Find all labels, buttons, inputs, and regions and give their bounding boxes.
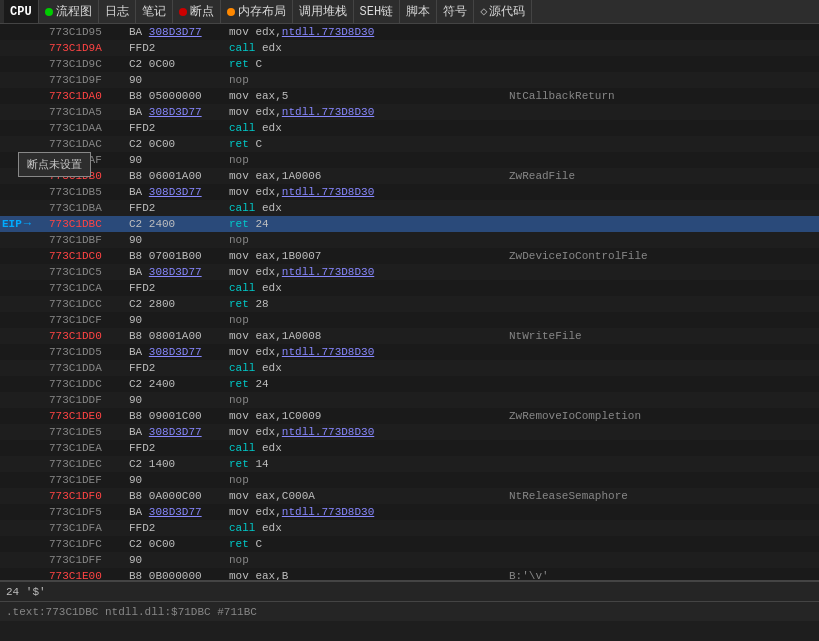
table-row[interactable]: EIP→773C1DBCC2 2400ret 24 [0,216,819,232]
table-row[interactable]: 773C1D9CC2 0C00ret C [0,56,819,72]
toolbar-symbols[interactable]: 符号 [437,0,474,23]
hex-link[interactable]: 308D3D77 [149,426,202,438]
bp-cell[interactable] [31,424,45,440]
table-row[interactable]: 773C1DF5BA 308D3D77mov edx,ntdll.773D8D3… [0,504,819,520]
ntdll-link[interactable]: ntdll.773D8D30 [282,506,374,518]
table-row[interactable]: 773C1DF0B8 0A000C00mov eax,C000ANtReleas… [0,488,819,504]
comment-cell [505,536,819,552]
toolbar-breakpoints[interactable]: 断点 [173,0,221,23]
ntdll-link[interactable]: ntdll.773D8D30 [282,106,374,118]
table-row[interactable]: 773C1DFF90nop [0,552,819,568]
address-cell: 773C1DBF [45,232,125,248]
bp-cell[interactable] [31,328,45,344]
toolbar-log[interactable]: 日志 [99,0,136,23]
hex-link[interactable]: 308D3D77 [149,346,202,358]
table-row[interactable]: 773C1DEAFFD2call edx [0,440,819,456]
ntdll-link[interactable]: ntdll.773D8D30 [282,186,374,198]
toolbar-seh[interactable]: SEH链 [354,0,401,23]
bp-cell[interactable] [31,136,45,152]
table-row[interactable]: 773C1DCCC2 2800ret 28 [0,296,819,312]
table-row[interactable]: 773C1DB5BA 308D3D77mov edx,ntdll.773D8D3… [0,184,819,200]
table-row[interactable]: 773C1DE0B8 09001C00mov eax,1C0009ZwRemov… [0,408,819,424]
disassembly-view[interactable]: 断点未设置 773C1D95BA 308D3D77mov edx,ntdll.7… [0,24,819,581]
bp-cell[interactable] [31,40,45,56]
comment-cell [505,136,819,152]
table-row[interactable]: 773C1DBF90nop [0,232,819,248]
table-row[interactable]: 773C1DDCC2 2400ret 24 [0,376,819,392]
hex-link[interactable]: 308D3D77 [149,106,202,118]
bp-cell[interactable] [31,568,45,581]
table-row[interactable]: 773C1D9F90nop [0,72,819,88]
bp-cell[interactable] [31,296,45,312]
table-row[interactable]: 773C1DA5BA 308D3D77mov edx,ntdll.773D8D3… [0,104,819,120]
table-row[interactable]: 773C1DDAFFD2call edx [0,360,819,376]
toolbar-script[interactable]: 脚本 [400,0,437,23]
toolbar-source[interactable]: ◇ 源代码 [474,0,532,23]
bp-cell[interactable] [31,24,45,40]
table-row[interactable]: 773C1DACC2 0C00ret C [0,136,819,152]
bp-cell[interactable] [31,104,45,120]
bp-cell[interactable] [31,552,45,568]
table-row[interactable]: 773C1DAAFFD2call edx [0,120,819,136]
table-row[interactable]: 773C1DECC2 1400ret 14 [0,456,819,472]
bp-cell[interactable] [31,472,45,488]
bp-cell[interactable] [31,88,45,104]
bp-cell[interactable] [31,264,45,280]
table-row[interactable]: 773C1DA0B8 05000000mov eax,5NtCallbackRe… [0,88,819,104]
table-row[interactable]: 773C1D9AFFD2call edx [0,40,819,56]
table-row[interactable]: 773C1DAF90nop [0,152,819,168]
table-row[interactable]: 773C1DDF90nop [0,392,819,408]
toolbar-flowgraph[interactable]: 流程图 [39,0,99,23]
bp-cell[interactable] [31,488,45,504]
bp-cell[interactable] [31,408,45,424]
bp-cell[interactable] [31,248,45,264]
bp-cell[interactable] [31,376,45,392]
bp-cell[interactable] [31,72,45,88]
table-row[interactable]: 773C1DC5BA 308D3D77mov edx,ntdll.773D8D3… [0,264,819,280]
table-row[interactable]: 773C1DCF90nop [0,312,819,328]
table-row[interactable]: 773C1DFAFFD2call edx [0,520,819,536]
bp-cell[interactable] [31,232,45,248]
toolbar-callstack[interactable]: 调用堆栈 [293,0,354,23]
table-row[interactable]: 773C1DFCC2 0C00ret C [0,536,819,552]
toolbar-notes[interactable]: 笔记 [136,0,173,23]
disasm-cell: mov edx,ntdll.773D8D30 [225,24,505,40]
table-row[interactable]: 773C1DEF90nop [0,472,819,488]
table-row[interactable]: 773C1DC0B8 07001B00mov eax,1B0007ZwDevic… [0,248,819,264]
hex-link[interactable]: 308D3D77 [149,186,202,198]
bp-cell[interactable] [31,392,45,408]
comment-cell: ZwReadFile [505,168,819,184]
bp-cell[interactable] [31,312,45,328]
ntdll-link[interactable]: ntdll.773D8D30 [282,346,374,358]
bp-cell[interactable] [31,440,45,456]
bp-cell[interactable] [31,200,45,216]
toolbar-memory[interactable]: 内存布局 [221,0,293,23]
ntdll-link[interactable]: ntdll.773D8D30 [282,426,374,438]
bp-cell[interactable] [31,56,45,72]
table-row[interactable]: 773C1DBAFFD2call edx [0,200,819,216]
bp-cell[interactable] [31,184,45,200]
ntdll-link[interactable]: ntdll.773D8D30 [282,26,374,38]
table-row[interactable]: 773C1D95BA 308D3D77mov edx,ntdll.773D8D3… [0,24,819,40]
bp-cell[interactable] [31,280,45,296]
table-row[interactable]: 773C1DB0B8 06001A00mov eax,1A0006ZwReadF… [0,168,819,184]
bp-cell[interactable] [31,520,45,536]
table-row[interactable]: 773C1E00B8 0B000000mov eax,BB:'\v' [0,568,819,581]
table-row[interactable]: 773C1DCAFFD2call edx [0,280,819,296]
bp-cell[interactable] [31,504,45,520]
ntdll-link[interactable]: ntdll.773D8D30 [282,266,374,278]
table-row[interactable]: 773C1DD5BA 308D3D77mov edx,ntdll.773D8D3… [0,344,819,360]
bp-cell[interactable] [31,216,45,232]
hex-link[interactable]: 308D3D77 [149,266,202,278]
table-row[interactable]: 773C1DE5BA 308D3D77mov edx,ntdll.773D8D3… [0,424,819,440]
table-row[interactable]: 773C1DD0B8 08001A00mov eax,1A0008NtWrite… [0,328,819,344]
bp-cell[interactable] [31,536,45,552]
hex-link[interactable]: 308D3D77 [149,26,202,38]
cpu-button[interactable]: CPU [4,0,39,23]
bp-cell[interactable] [31,120,45,136]
comment-cell: ZwRemoveIoCompletion [505,408,819,424]
bp-cell[interactable] [31,344,45,360]
bp-cell[interactable] [31,360,45,376]
hex-link[interactable]: 308D3D77 [149,506,202,518]
bp-cell[interactable] [31,456,45,472]
